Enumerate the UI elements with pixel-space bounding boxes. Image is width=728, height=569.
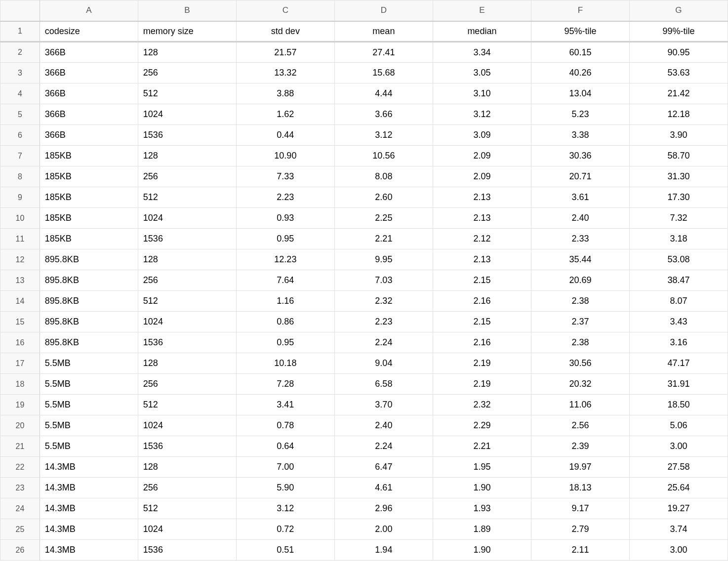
row-header-24[interactable]: 24 <box>0 498 40 519</box>
cell-A8[interactable]: 185KB <box>40 166 138 187</box>
cell-F18[interactable]: 20.32 <box>531 374 629 395</box>
cell-C18[interactable]: 7.28 <box>236 374 334 395</box>
cell-C20[interactable]: 0.78 <box>236 415 334 436</box>
cell-A1[interactable]: codesize <box>40 21 138 42</box>
row-header-25[interactable]: 25 <box>0 519 40 540</box>
cell-G14[interactable]: 8.07 <box>629 291 728 312</box>
cell-C23[interactable]: 5.90 <box>236 478 334 498</box>
cell-C21[interactable]: 0.64 <box>236 436 334 457</box>
cell-A7[interactable]: 185KB <box>40 146 138 166</box>
cell-F22[interactable]: 19.97 <box>531 457 629 478</box>
cell-C13[interactable]: 7.64 <box>236 270 334 291</box>
cell-D24[interactable]: 2.96 <box>334 498 433 519</box>
cell-F23[interactable]: 18.13 <box>531 478 629 498</box>
cell-E24[interactable]: 1.93 <box>433 498 531 519</box>
cell-A13[interactable]: 895.8KB <box>40 270 138 291</box>
cell-D13[interactable]: 7.03 <box>334 270 433 291</box>
cell-D5[interactable]: 3.66 <box>334 104 433 125</box>
cell-D16[interactable]: 2.24 <box>334 332 433 353</box>
cell-C24[interactable]: 3.12 <box>236 498 334 519</box>
cell-D12[interactable]: 9.95 <box>334 249 433 270</box>
cell-A25[interactable]: 14.3MB <box>40 519 138 540</box>
row-header-14[interactable]: 14 <box>0 291 40 312</box>
cell-G2[interactable]: 90.95 <box>629 42 728 63</box>
cell-G15[interactable]: 3.43 <box>629 312 728 332</box>
cell-F8[interactable]: 20.71 <box>531 166 629 187</box>
cell-B18[interactable]: 256 <box>138 374 236 395</box>
cell-B8[interactable]: 256 <box>138 166 236 187</box>
cell-A6[interactable]: 366B <box>40 125 138 146</box>
cell-F24[interactable]: 9.17 <box>531 498 629 519</box>
row-header-8[interactable]: 8 <box>0 166 40 187</box>
row-header-18[interactable]: 18 <box>0 374 40 395</box>
cell-G24[interactable]: 19.27 <box>629 498 728 519</box>
cell-E22[interactable]: 1.95 <box>433 457 531 478</box>
cell-B23[interactable]: 256 <box>138 478 236 498</box>
cell-G18[interactable]: 31.91 <box>629 374 728 395</box>
cell-E10[interactable]: 2.13 <box>433 208 531 229</box>
cell-F21[interactable]: 2.39 <box>531 436 629 457</box>
row-header-17[interactable]: 17 <box>0 353 40 374</box>
cell-E16[interactable]: 2.16 <box>433 332 531 353</box>
cell-B2[interactable]: 128 <box>138 42 236 63</box>
cell-E5[interactable]: 3.12 <box>433 104 531 125</box>
cell-A11[interactable]: 185KB <box>40 229 138 249</box>
cell-G23[interactable]: 25.64 <box>629 478 728 498</box>
cell-F25[interactable]: 2.79 <box>531 519 629 540</box>
cell-E14[interactable]: 2.16 <box>433 291 531 312</box>
row-header-5[interactable]: 5 <box>0 104 40 125</box>
cell-B10[interactable]: 1024 <box>138 208 236 229</box>
cell-G1[interactable]: 99%-tile <box>629 21 728 42</box>
cell-C3[interactable]: 13.32 <box>236 63 334 83</box>
row-header-12[interactable]: 12 <box>0 249 40 270</box>
cell-F17[interactable]: 30.56 <box>531 353 629 374</box>
row-header-7[interactable]: 7 <box>0 146 40 166</box>
cell-F9[interactable]: 3.61 <box>531 187 629 208</box>
cell-G12[interactable]: 53.08 <box>629 249 728 270</box>
cell-G6[interactable]: 3.90 <box>629 125 728 146</box>
cell-A2[interactable]: 366B <box>40 42 138 63</box>
cell-B11[interactable]: 1536 <box>138 229 236 249</box>
cell-C16[interactable]: 0.95 <box>236 332 334 353</box>
cell-A22[interactable]: 14.3MB <box>40 457 138 478</box>
cell-C5[interactable]: 1.62 <box>236 104 334 125</box>
cell-B21[interactable]: 1536 <box>138 436 236 457</box>
cell-F12[interactable]: 35.44 <box>531 249 629 270</box>
cell-F10[interactable]: 2.40 <box>531 208 629 229</box>
cell-A5[interactable]: 366B <box>40 104 138 125</box>
row-header-6[interactable]: 6 <box>0 125 40 146</box>
cell-E2[interactable]: 3.34 <box>433 42 531 63</box>
cell-D22[interactable]: 6.47 <box>334 457 433 478</box>
cell-D8[interactable]: 8.08 <box>334 166 433 187</box>
cell-A18[interactable]: 5.5MB <box>40 374 138 395</box>
cell-B9[interactable]: 512 <box>138 187 236 208</box>
cell-A14[interactable]: 895.8KB <box>40 291 138 312</box>
cell-A10[interactable]: 185KB <box>40 208 138 229</box>
cell-D19[interactable]: 3.70 <box>334 395 433 415</box>
cell-E20[interactable]: 2.29 <box>433 415 531 436</box>
cell-B3[interactable]: 256 <box>138 63 236 83</box>
cell-D15[interactable]: 2.23 <box>334 312 433 332</box>
cell-E26[interactable]: 1.90 <box>433 540 531 561</box>
cell-B26[interactable]: 1536 <box>138 540 236 561</box>
cell-G9[interactable]: 17.30 <box>629 187 728 208</box>
cell-G10[interactable]: 7.32 <box>629 208 728 229</box>
cell-E18[interactable]: 2.19 <box>433 374 531 395</box>
cell-F14[interactable]: 2.38 <box>531 291 629 312</box>
cell-D6[interactable]: 3.12 <box>334 125 433 146</box>
column-header-B[interactable]: B <box>138 0 236 21</box>
row-header-26[interactable]: 26 <box>0 540 40 561</box>
cell-D25[interactable]: 2.00 <box>334 519 433 540</box>
cell-B20[interactable]: 1024 <box>138 415 236 436</box>
row-header-10[interactable]: 10 <box>0 208 40 229</box>
cell-D11[interactable]: 2.21 <box>334 229 433 249</box>
cell-B16[interactable]: 1536 <box>138 332 236 353</box>
cell-A16[interactable]: 895.8KB <box>40 332 138 353</box>
cell-G4[interactable]: 21.42 <box>629 83 728 104</box>
column-header-D[interactable]: D <box>334 0 433 21</box>
cell-A20[interactable]: 5.5MB <box>40 415 138 436</box>
cell-F3[interactable]: 40.26 <box>531 63 629 83</box>
cell-E19[interactable]: 2.32 <box>433 395 531 415</box>
row-header-20[interactable]: 20 <box>0 415 40 436</box>
cell-C26[interactable]: 0.51 <box>236 540 334 561</box>
